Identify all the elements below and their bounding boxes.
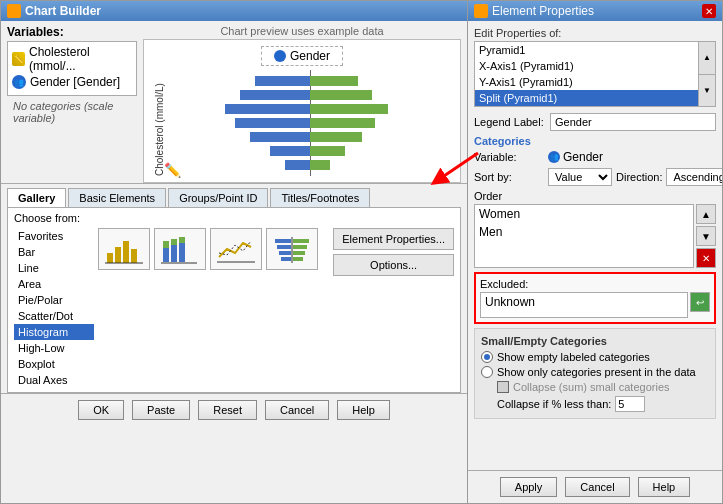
order-item-women[interactable]: Women (475, 205, 693, 223)
chart-type-scatter-dot[interactable]: Scatter/Dot (14, 308, 94, 324)
chart-type-line[interactable]: Line (14, 260, 94, 276)
gallery-side-buttons: Element Properties... Options... (333, 228, 454, 388)
no-categories-text: No categories (scale variable) (7, 96, 137, 128)
chart-type-pie-polar[interactable]: Pie/Polar (14, 292, 94, 308)
order-move-down-button[interactable]: ▼ (696, 226, 716, 246)
thumb-stacked-bar[interactable] (154, 228, 206, 270)
property-xaxis1[interactable]: X-Axis1 (Pyramid1) (475, 58, 698, 74)
svg-rect-18 (293, 245, 307, 249)
chart-builder-bottom-buttons: OK Paste Reset Cancel Help (1, 393, 467, 426)
svg-rect-19 (279, 251, 291, 255)
checkbox-row: Collapse (sum) small categories (497, 381, 709, 393)
variable-people-icon: 👥 (548, 151, 560, 163)
ok-button[interactable]: OK (78, 400, 124, 420)
order-item-men[interactable]: Men (475, 223, 693, 241)
categories-header: Categories (474, 135, 716, 147)
tab-basic-elements[interactable]: Basic Elements (68, 188, 166, 207)
svg-rect-12 (179, 237, 185, 243)
variable-gender[interactable]: 👥 Gender [Gender] (10, 74, 134, 90)
direction-select[interactable]: Ascending Descending (666, 168, 722, 186)
excluded-item-unknown[interactable]: Unknown (481, 293, 687, 311)
order-label: Order (474, 190, 716, 202)
order-move-up-button[interactable]: ▲ (696, 204, 716, 224)
collapse-row: Collapse if % less than: (497, 396, 709, 412)
chart-preview-area: Gender Cholesterol (mmol/L) (143, 39, 461, 183)
sort-by-select[interactable]: Value Label Custom (548, 168, 612, 186)
options-button[interactable]: Options... (333, 254, 454, 276)
chart-type-boxplot[interactable]: Boxplot (14, 356, 94, 372)
radio-show-empty[interactable] (481, 351, 493, 363)
variable-cholesterol[interactable]: 📏 Cholesterol (mmol/... (10, 44, 134, 74)
ep-close-button[interactable]: ✕ (702, 4, 716, 18)
ep-help-button[interactable]: Help (638, 477, 691, 497)
collapse-input[interactable] (615, 396, 645, 412)
variable-value-container: 👥 Gender (548, 150, 603, 164)
svg-rect-17 (277, 245, 291, 249)
property-yaxis1[interactable]: Y-Axis1 (Pyramid1) (475, 74, 698, 90)
radio-show-only-label: Show only categories present in the data (497, 366, 696, 378)
svg-rect-5 (131, 249, 137, 263)
pencil-icon: ✏️ (164, 162, 181, 178)
excluded-label: Excluded: (480, 278, 710, 290)
excluded-section: Excluded: Unknown ↩ (474, 272, 716, 324)
tab-groups-point-id[interactable]: Groups/Point ID (168, 188, 268, 207)
svg-rect-4 (123, 241, 129, 263)
tab-titles-footnotes[interactable]: Titles/Footnotes (270, 188, 370, 207)
people-icon: 👥 (12, 75, 26, 89)
small-empty-section: Small/Empty Categories Show empty labele… (474, 328, 716, 419)
variable-label-text: Variable: (474, 151, 544, 163)
ep-cancel-button[interactable]: Cancel (565, 477, 629, 497)
chart-type-favorites[interactable]: Favorites (14, 228, 94, 244)
radio-show-empty-label: Show empty labeled categories (497, 351, 650, 363)
chart-builder-icon (7, 4, 21, 18)
thumb-line[interactable] (210, 228, 262, 270)
bar-row-4 (165, 116, 454, 130)
var-gender-label: Gender [Gender] (30, 75, 120, 89)
chart-type-area[interactable]: Area (14, 276, 94, 292)
svg-rect-9 (171, 245, 177, 262)
bar-row-1 (165, 74, 454, 88)
reset-button[interactable]: Reset (198, 400, 257, 420)
chart-builder-title-bar: Chart Builder (1, 1, 467, 21)
bar-row-7 (165, 158, 454, 172)
collapse-label: Collapse if % less than: (497, 398, 611, 410)
bars-container (165, 70, 454, 176)
ruler-icon: 📏 (12, 52, 25, 66)
chart-thumbnails (98, 228, 318, 388)
scroll-down-button[interactable]: ▼ (699, 75, 715, 107)
ep-bottom-buttons: Apply Cancel Help (468, 470, 722, 503)
svg-rect-3 (115, 247, 121, 263)
order-buttons: ▲ ▼ ✕ (696, 204, 716, 268)
chart-builder-panel: Chart Builder Variables: 📏 Cholesterol (… (0, 0, 468, 504)
thumb-pyramid[interactable] (266, 228, 318, 270)
radio-show-only[interactable] (481, 366, 493, 378)
property-split[interactable]: Split (Pyramid1) (475, 90, 698, 106)
collapse-checkbox[interactable] (497, 381, 509, 393)
direction-label: Direction: (616, 171, 662, 183)
tab-gallery[interactable]: Gallery (7, 188, 66, 207)
excluded-area: Unknown ↩ (480, 292, 710, 318)
small-empty-title: Small/Empty Categories (481, 335, 709, 347)
sort-direction-row: Sort by: Value Label Custom Direction: A… (474, 168, 716, 186)
chart-type-histogram[interactable]: Histogram (14, 324, 94, 340)
cancel-button[interactable]: Cancel (265, 400, 329, 420)
thumb-bar[interactable] (98, 228, 150, 270)
svg-rect-20 (293, 251, 305, 255)
order-remove-button[interactable]: ✕ (696, 248, 716, 268)
legend-label-input[interactable] (550, 113, 716, 131)
paste-button[interactable]: Paste (132, 400, 190, 420)
element-properties-button[interactable]: Element Properties... (333, 228, 454, 250)
chart-type-dual-axes[interactable]: Dual Axes (14, 372, 94, 388)
bar-row-6 (165, 144, 454, 158)
chart-type-high-low[interactable]: High-Low (14, 340, 94, 356)
svg-rect-2 (107, 253, 113, 263)
excluded-restore-button[interactable]: ↩ (690, 292, 710, 312)
chart-type-bar[interactable]: Bar (14, 244, 94, 260)
scroll-up-button[interactable]: ▲ (699, 42, 715, 75)
property-pyramid1[interactable]: Pyramid1 (475, 42, 698, 58)
help-button[interactable]: Help (337, 400, 390, 420)
tabs-area: Gallery Basic Elements Groups/Point ID T… (1, 183, 467, 393)
tabs-row: Gallery Basic Elements Groups/Point ID T… (7, 188, 461, 207)
ep-apply-button[interactable]: Apply (500, 477, 558, 497)
chart-title-text: Gender (290, 49, 330, 63)
